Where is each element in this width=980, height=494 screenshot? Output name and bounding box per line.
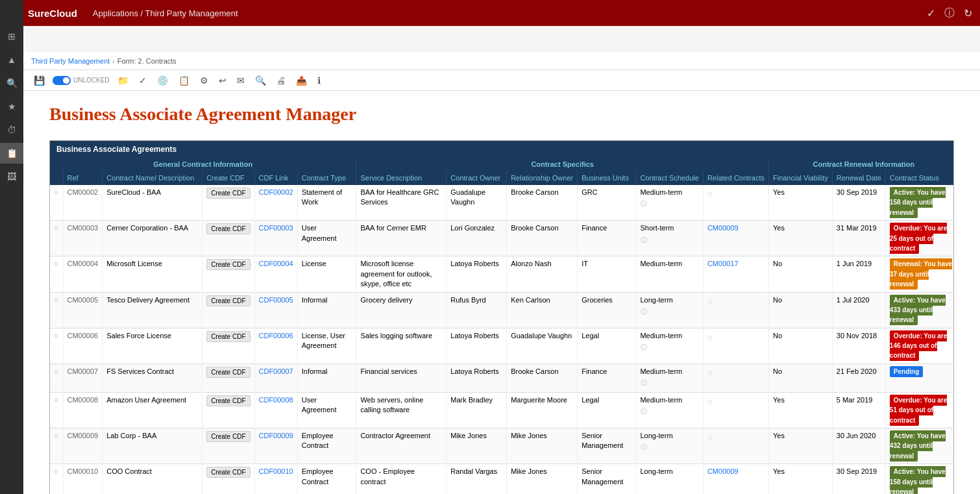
row-schedule: Medium-term⊙ bbox=[636, 392, 704, 428]
row-renewal-date: 30 Nov 2018 bbox=[832, 328, 885, 364]
row-create-cdf[interactable]: Create CDF bbox=[202, 428, 254, 464]
row-cdf-link[interactable]: CDF00008 bbox=[254, 392, 297, 428]
row-ref: CM00007 bbox=[63, 364, 103, 392]
floppy-button[interactable]: 💿 bbox=[154, 74, 171, 87]
folder-button[interactable]: 📁 bbox=[115, 74, 131, 87]
drag-handle[interactable]: ≡ bbox=[50, 464, 63, 494]
table-row: ≡ CM00002 SureCloud - BAA Create CDF CDF… bbox=[50, 185, 954, 221]
row-cdf-link[interactable]: CDF00009 bbox=[254, 428, 297, 464]
undo-button[interactable]: ↩ bbox=[216, 74, 229, 87]
brand-logo: SureCloud bbox=[28, 8, 77, 19]
drag-handle[interactable]: ≡ bbox=[50, 364, 63, 392]
row-cdf-link[interactable]: CDF00007 bbox=[254, 364, 297, 392]
breadcrumb-parent[interactable]: Third Party Management bbox=[31, 57, 110, 65]
drag-handle[interactable]: ≡ bbox=[50, 292, 63, 328]
row-create-cdf[interactable]: Create CDF bbox=[202, 364, 254, 392]
sidebar-icon-clock[interactable]: ⏱ bbox=[0, 119, 23, 140]
drag-handle[interactable]: ≡ bbox=[50, 185, 63, 221]
col-ref: Ref bbox=[63, 171, 103, 185]
col-create-cdf: Create CDF bbox=[202, 171, 254, 185]
row-create-cdf[interactable]: Create CDF bbox=[202, 292, 254, 328]
row-create-cdf[interactable]: Create CDF bbox=[202, 392, 254, 428]
row-ref: CM00003 bbox=[63, 221, 103, 256]
row-renewal-date: 1 Jul 2020 bbox=[832, 292, 885, 328]
mail-button[interactable]: ✉ bbox=[234, 74, 247, 87]
top-breadcrumb: Applications / Third Party Management bbox=[93, 8, 916, 18]
row-status: Overdue: You are 146 days out of contrac… bbox=[885, 328, 954, 364]
drag-handle[interactable]: ≡ bbox=[50, 328, 63, 364]
row-contract-type: Employee Contract bbox=[297, 464, 356, 494]
save-button[interactable]: 💾 bbox=[31, 74, 47, 87]
drag-handle[interactable]: ≡ bbox=[50, 428, 63, 464]
sidebar-icon-up[interactable]: ▲ bbox=[0, 49, 23, 70]
search-button[interactable]: 🔍 bbox=[252, 74, 269, 87]
row-contract-type: Informal bbox=[297, 292, 356, 328]
refresh-icon[interactable]: ↻ bbox=[964, 7, 972, 19]
breadcrumb-separator: › bbox=[112, 57, 115, 65]
row-create-cdf[interactable]: Create CDF bbox=[202, 256, 254, 292]
export-button[interactable]: 📤 bbox=[293, 74, 310, 87]
row-service-desc: Sales logging software bbox=[356, 328, 447, 364]
check-icon[interactable]: ✓ bbox=[927, 7, 935, 19]
sidebar-icon-document[interactable]: 📋 bbox=[0, 143, 23, 164]
row-status: Active: You have 158 days until renewal bbox=[885, 464, 954, 494]
row-related[interactable]: CM00017 bbox=[703, 256, 768, 292]
row-related: ○ bbox=[703, 392, 768, 428]
copy-button[interactable]: 📋 bbox=[176, 74, 192, 87]
row-status: Active: You have 158 days until renewal bbox=[885, 185, 954, 221]
row-status: Renewal: You have 37 days until renewal bbox=[885, 256, 954, 292]
col-group-renewal: Contract Renewal Information bbox=[768, 158, 954, 171]
unlock-toggle[interactable]: UNLOCKED bbox=[53, 76, 110, 85]
row-cdf-link[interactable]: CDF00004 bbox=[254, 256, 297, 292]
row-related[interactable]: CM00009 bbox=[703, 464, 768, 494]
sidebar-icon-search[interactable]: 🔍 bbox=[0, 73, 23, 93]
row-bus-units: IT bbox=[578, 256, 636, 292]
row-related[interactable]: CM00009 bbox=[703, 221, 768, 256]
info-icon[interactable]: ⓘ bbox=[944, 6, 955, 20]
row-cdf-link[interactable]: CDF00006 bbox=[254, 328, 297, 364]
row-ref: CM00009 bbox=[63, 428, 103, 464]
related-contract-link[interactable]: CM00009 bbox=[707, 467, 765, 476]
breadcrumb-bar: Third Party Management › Form: 2. Contra… bbox=[23, 52, 980, 70]
row-name: Microsoft License bbox=[103, 256, 202, 292]
row-name: FS Services Contract bbox=[103, 364, 202, 392]
row-rel-owner: Mike Jones bbox=[507, 464, 578, 494]
row-cdf-link[interactable]: CDF00002 bbox=[254, 185, 297, 221]
sidebar-icon-image[interactable]: 🖼 bbox=[0, 166, 23, 187]
sidebar-icon-grid[interactable]: ⊞ bbox=[0, 26, 23, 47]
print-button[interactable]: 🖨 bbox=[274, 74, 288, 87]
page-title: Business Associate Agreement Manager bbox=[49, 104, 954, 125]
toggle-switch[interactable] bbox=[53, 76, 71, 85]
row-name: Amazon User Agreement bbox=[103, 392, 202, 428]
page-content: Business Associate Agreement Manager Bus… bbox=[23, 91, 980, 494]
row-contract-type: Informal bbox=[297, 364, 356, 392]
drag-handle[interactable]: ≡ bbox=[50, 392, 63, 428]
row-create-cdf[interactable]: Create CDF bbox=[202, 185, 254, 221]
row-schedule: Long-term⊙ bbox=[636, 292, 704, 328]
row-schedule: Medium-term⊙ bbox=[636, 328, 704, 364]
table-row: ≡ CM00007 FS Services Contract Create CD… bbox=[50, 364, 954, 392]
drag-handle[interactable]: ≡ bbox=[50, 221, 63, 256]
check-button[interactable]: ✓ bbox=[136, 74, 149, 87]
related-contract-link[interactable]: CM00017 bbox=[707, 259, 765, 269]
col-financial: Financial Viability bbox=[768, 171, 832, 185]
sidebar-icon-star[interactable]: ★ bbox=[0, 96, 23, 117]
related-contract-link[interactable]: CM00009 bbox=[707, 223, 765, 233]
info-button[interactable]: ℹ bbox=[315, 74, 323, 87]
settings-button[interactable]: ⚙ bbox=[197, 74, 211, 87]
row-cdf-link[interactable]: CDF00003 bbox=[254, 221, 297, 256]
row-financial: Yes bbox=[768, 221, 832, 256]
row-name: Lab Corp - BAA bbox=[103, 428, 202, 464]
col-drag bbox=[50, 171, 63, 185]
row-create-cdf[interactable]: Create CDF bbox=[202, 221, 254, 256]
drag-handle[interactable]: ≡ bbox=[50, 256, 63, 292]
row-cdf-link[interactable]: CDF00010 bbox=[254, 464, 297, 494]
row-cdf-link[interactable]: CDF00005 bbox=[254, 292, 297, 328]
row-related: ○ bbox=[703, 364, 768, 392]
row-bus-units: Finance bbox=[578, 364, 636, 392]
left-sidebar: ⊞ ▲ 🔍 ★ ⏱ 📋 🖼 bbox=[0, 0, 23, 494]
row-service-desc: COO - Employee contract bbox=[356, 464, 447, 494]
row-create-cdf[interactable]: Create CDF bbox=[202, 328, 254, 364]
top-navbar: ⊞ SureCloud Applications / Third Party M… bbox=[0, 0, 980, 26]
row-create-cdf[interactable]: Create CDF bbox=[202, 464, 254, 494]
